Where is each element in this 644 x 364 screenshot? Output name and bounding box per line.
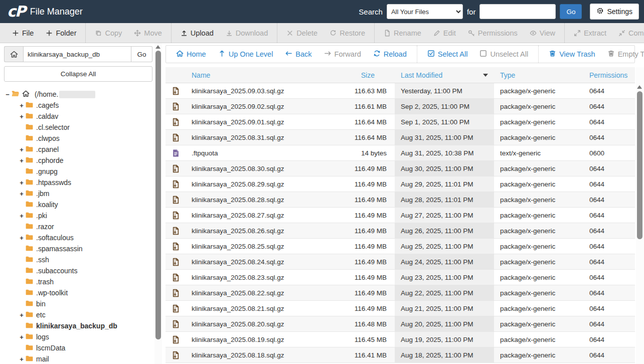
home-icon-button[interactable] [4, 46, 23, 62]
folder-icon [25, 288, 36, 298]
tree-expander-icon[interactable]: + [18, 311, 25, 319]
table-row[interactable]: klinikarsaya_2025.09.02.sql.gz116.61 MBS… [166, 99, 635, 114]
table-row[interactable]: klinikarsaya_2025.08.29.sql.gz116.49 MBA… [166, 176, 635, 192]
tree-item-.clwpos[interactable]: .clwpos [4, 133, 152, 144]
tree-item-.cagefs[interactable]: +.cagefs [4, 100, 152, 111]
table-row[interactable]: klinikarsaya_2025.08.23.sql.gz116.49 MBA… [166, 270, 635, 285]
tree-expander-icon[interactable]: + [18, 234, 25, 242]
tree-expander-icon[interactable]: + [18, 146, 25, 153]
tree-item-label: .cagefs [36, 101, 59, 109]
tree-item-.wp-toolkit[interactable]: .wp-toolkit [4, 287, 152, 298]
cell-name: klinikarsaya_2025.08.25.sql.gz [186, 243, 340, 250]
tree-item-.cl.selector[interactable]: .cl.selector [4, 122, 152, 133]
toolbar-item-file[interactable]: File [6, 29, 40, 37]
toolbar-item-upload[interactable]: Upload [175, 29, 220, 37]
path-go-button[interactable]: Go [131, 46, 152, 62]
column-header-name[interactable]: Name [186, 71, 340, 79]
nav-item-reload[interactable]: Reload [367, 50, 413, 59]
tree-item-.caldav[interactable]: +.caldav [4, 111, 152, 122]
table-row[interactable]: klinikarsaya_2025.08.19.sql.gz116.45 MBA… [166, 332, 635, 347]
tree-item-.softaculous[interactable]: +.softaculous [4, 232, 152, 243]
tree-item-.spamassassin[interactable]: .spamassassin [4, 243, 152, 254]
sidebar-scrollbar[interactable] [154, 43, 162, 364]
nav-item-select-all[interactable]: Select All [421, 50, 474, 59]
tree-expander-icon[interactable]: + [18, 190, 25, 198]
tree-item-.subaccounts[interactable]: .subaccounts [4, 265, 152, 276]
table-row[interactable]: klinikarsaya_2025.08.31.sql.gz116.64 MBA… [166, 130, 635, 145]
tree-item-.trash[interactable]: .trash [4, 276, 152, 287]
tree-item-.cpanel[interactable]: +.cpanel [4, 144, 152, 155]
cell-permissions: 0644 [583, 336, 635, 343]
table-row[interactable]: klinikarsaya_2025.08.30.sql.gz116.49 MBA… [166, 161, 635, 176]
tree-item-home.[interactable]: −(/home. [4, 89, 152, 100]
sidebar-scrollbar-thumb[interactable] [155, 51, 161, 339]
toolbar-group: ExtractCompress [565, 23, 644, 43]
table-row[interactable]: klinikarsaya_2025.09.01.sql.gz116.64 MBS… [166, 114, 635, 130]
table-row[interactable]: klinikarsaya_2025.08.18.sql.gz116.41 MBA… [166, 347, 635, 363]
archive-file-icon [166, 335, 186, 344]
tree-item-.ssh[interactable]: .ssh [4, 254, 152, 265]
column-header-size[interactable]: Size [340, 71, 395, 79]
cell-type: package/x-generic [494, 305, 583, 312]
column-header-type[interactable]: Type [494, 71, 583, 79]
scroll-up-icon[interactable] [637, 85, 642, 89]
tree-item-klinikarsaya_backup_db[interactable]: klinikarsaya_backup_db [4, 320, 152, 331]
cell-name: klinikarsaya_2025.09.02.sql.gz [186, 103, 340, 110]
search-go-button[interactable]: Go [560, 4, 582, 19]
nav-item-label: Forward [335, 50, 361, 58]
tree-item-etc[interactable]: +etc [4, 309, 152, 320]
table-row[interactable]: klinikarsaya_2025.08.24.sql.gz116.49 MBA… [166, 254, 635, 270]
nav-item-home[interactable]: Home [170, 50, 212, 59]
table-row[interactable]: klinikarsaya_2025.09.03.sql.gz116.63 MBY… [166, 83, 635, 99]
toolbar-item-folder[interactable]: Folder [40, 29, 82, 37]
tree-item-bin[interactable]: bin [4, 298, 152, 309]
table-row[interactable]: klinikarsaya_2025.08.26.sql.gz116.49 MBA… [166, 223, 635, 239]
tree-item-.koality[interactable]: .koality [4, 199, 152, 210]
tree-item-.gnupg[interactable]: .gnupg [4, 166, 152, 177]
tree-expander-icon[interactable]: + [18, 355, 25, 363]
table-row[interactable]: .ftpquota14 bytesAug 31, 2025, 10:38 PMt… [166, 145, 635, 161]
table-row[interactable]: klinikarsaya_2025.08.20.sql.gz116.48 MBA… [166, 316, 635, 332]
tree-expander-icon[interactable]: + [18, 179, 25, 187]
tree-item-label: .htpasswds [36, 178, 71, 187]
cell-permissions: 0644 [583, 118, 635, 126]
tree-expander-icon[interactable]: − [4, 91, 11, 98]
column-header-permissions[interactable]: Permissions [583, 71, 635, 79]
table-scrollbar-thumb[interactable] [637, 91, 642, 239]
table-scrollbar[interactable] [636, 67, 644, 364]
table-row[interactable]: klinikarsaya_2025.08.25.sql.gz116.49 MBA… [166, 239, 635, 254]
tree-item-.htpasswds[interactable]: +.htpasswds [4, 177, 152, 188]
table-row[interactable]: klinikarsaya_2025.08.27.sql.gz116.49 MBA… [166, 208, 635, 223]
cell-name: klinikarsaya_2025.08.24.sql.gz [186, 258, 340, 266]
folder-icon [25, 244, 36, 254]
search-input[interactable] [479, 4, 556, 19]
nav-item-back[interactable]: Back [279, 50, 317, 59]
nav-item-view-trash[interactable]: View Trash [543, 50, 601, 59]
tree-item-.jbm[interactable]: +.jbm [4, 188, 152, 199]
cell-type: package/x-generic [494, 258, 583, 266]
table-row[interactable]: klinikarsaya_2025.08.28.sql.gz116.49 MBA… [166, 192, 635, 208]
tree-item-.pki[interactable]: +.pki [4, 210, 152, 221]
tree-item-logs[interactable]: +logs [4, 331, 152, 342]
toolbar-item-label: Edit [443, 29, 456, 37]
tree-item-mail[interactable]: +mail [4, 353, 152, 364]
tree-item-lscmData[interactable]: lscmData [4, 342, 152, 353]
search-scope-select[interactable]: All Your Files [387, 4, 463, 19]
settings-button[interactable]: Settings [590, 4, 639, 20]
path-input[interactable] [23, 46, 131, 62]
tree-expander-icon[interactable]: + [18, 102, 25, 109]
tree-expander-icon[interactable]: + [18, 157, 25, 164]
tree-expander-icon[interactable]: + [18, 333, 25, 341]
tree-item-label: mail [36, 355, 49, 363]
table-row[interactable]: klinikarsaya_2025.08.22.sql.gz116.49 MBA… [166, 285, 635, 301]
collapse-all-button[interactable]: Collapse All [4, 66, 152, 82]
nav-item-up-one-level[interactable]: Up One Level [212, 50, 279, 59]
scroll-up-icon[interactable] [155, 45, 160, 49]
extract-icon [574, 30, 581, 37]
table-row[interactable]: klinikarsaya_2025.08.21.sql.gz116.49 MBA… [166, 301, 635, 316]
tree-expander-icon[interactable]: + [18, 212, 25, 220]
tree-item-.cphorde[interactable]: +.cphorde [4, 155, 152, 166]
tree-expander-icon[interactable]: + [18, 113, 25, 120]
tree-item-.razor[interactable]: .razor [4, 221, 152, 232]
column-header-last-modified[interactable]: Last Modified [395, 67, 494, 83]
